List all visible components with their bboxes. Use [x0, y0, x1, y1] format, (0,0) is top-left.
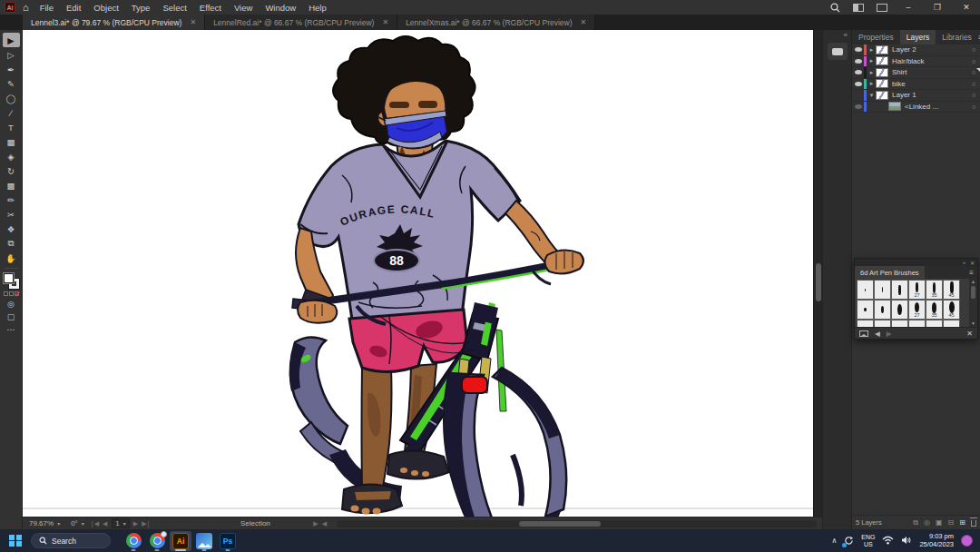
delete-brush-icon[interactable]: ✕	[966, 330, 973, 338]
taskbar-illustrator[interactable]: Ai	[170, 531, 191, 551]
search-icon[interactable]	[830, 3, 840, 13]
make-mask-icon[interactable]: ▣	[936, 518, 943, 527]
type-tool[interactable]: T	[3, 120, 20, 134]
artboards-tool[interactable]: ⧉	[3, 236, 20, 251]
tab-close-icon[interactable]: ✕	[382, 18, 388, 26]
gradient-button[interactable]	[9, 291, 14, 296]
expand-chevron[interactable]: ▾	[867, 92, 876, 99]
target-circle[interactable]: ○	[967, 92, 980, 98]
shape-tool[interactable]: ◯	[3, 91, 20, 105]
tab-lennelxmas[interactable]: LennelXmas.ai* @ 66.67 % (RGB/CPU Previe…	[397, 15, 595, 30]
menu-select[interactable]: Select	[162, 3, 186, 13]
layer-name[interactable]: Shirt	[892, 68, 967, 76]
menu-window[interactable]: Window	[265, 3, 296, 13]
brush-swatch[interactable]: 27	[908, 300, 926, 320]
rotation-field[interactable]: 0°▾	[67, 518, 88, 528]
volume-icon[interactable]	[901, 536, 912, 546]
taskbar-chrome[interactable]	[122, 531, 144, 551]
tab-lennelred[interactable]: LennelRed.ai* @ 66.67 % (RGB/CPU Preview…	[205, 15, 397, 30]
brush-swatch[interactable]: 35	[926, 280, 943, 300]
visibility-toggle[interactable]	[852, 47, 864, 52]
close-panel-icon[interactable]: ✕	[970, 260, 975, 266]
pencil-tool[interactable]: ✏	[3, 192, 20, 207]
tab-close-icon[interactable]: ✕	[190, 18, 196, 26]
horizontal-scrollbar-thumb[interactable]	[519, 521, 601, 527]
tab-properties[interactable]: Properties	[852, 30, 900, 44]
brush-swatch[interactable]	[857, 280, 874, 300]
brushes-panel-tab[interactable]: 6d Art Pen Brushes	[855, 266, 925, 279]
brush-swatch[interactable]	[926, 320, 943, 327]
brushes-scrollbar[interactable]: ▲ ▼	[969, 279, 977, 327]
new-sublayer-icon[interactable]: ⊟	[948, 518, 955, 527]
rotate-tool[interactable]: ↻	[3, 163, 20, 178]
visibility-toggle[interactable]	[852, 82, 864, 86]
brush-swatch[interactable]	[857, 300, 874, 320]
previous-library-icon[interactable]: ◀	[875, 330, 880, 338]
home-icon[interactable]: ⌂	[23, 2, 29, 13]
brush-swatch[interactable]: 45	[943, 300, 960, 320]
visibility-toggle[interactable]	[852, 70, 864, 74]
artboard-navigation[interactable]: 1▾	[112, 518, 129, 528]
expand-chevron[interactable]: ▸	[867, 46, 876, 54]
tab-libraries[interactable]: Libraries	[936, 30, 978, 44]
restore-button[interactable]: ❐	[929, 3, 946, 12]
menu-type[interactable]: Type	[132, 3, 151, 13]
arrange-documents-icon[interactable]	[877, 4, 887, 12]
line-tool[interactable]: ∕	[3, 105, 20, 120]
shape-builder-tool[interactable]: ◈	[3, 149, 20, 163]
workspace-switcher-icon[interactable]	[853, 4, 864, 12]
comments-panel-icon[interactable]	[828, 43, 848, 60]
selection-tool[interactable]: ▶	[3, 33, 20, 47]
new-layer-icon[interactable]: ⊞	[959, 518, 965, 527]
tab-lennel3[interactable]: Lennel3.ai* @ 79.67 % (RGB/CPU Preview) …	[23, 15, 205, 30]
layer-name[interactable]: Hair/black	[892, 57, 967, 65]
brush-swatch[interactable]	[874, 320, 891, 327]
brush-swatch[interactable]	[874, 300, 891, 320]
scissors-tool[interactable]: ✂	[3, 207, 20, 222]
menu-edit[interactable]: Edit	[66, 3, 81, 13]
layer-row-layer1[interactable]: ▾ Layer 1 ○	[852, 90, 980, 102]
brush-swatch[interactable]	[943, 320, 960, 327]
brush-swatch[interactable]	[874, 280, 891, 300]
screen-mode-button[interactable]: ▢	[7, 312, 15, 321]
wifi-icon[interactable]	[882, 536, 894, 546]
expand-chevron[interactable]: ▸	[867, 80, 876, 87]
target-circle[interactable]: ○	[967, 104, 980, 110]
layer-name[interactable]: <Linked ...	[905, 103, 967, 111]
horizontal-scrollbar[interactable]	[337, 520, 817, 527]
start-button[interactable]	[9, 535, 22, 547]
layer-name[interactable]: bike	[892, 80, 967, 88]
brush-swatch[interactable]: 27	[908, 280, 926, 300]
onedrive-sync-icon[interactable]	[844, 536, 854, 547]
illustrator-logo-icon[interactable]: Ai	[5, 2, 15, 13]
fill-swatch[interactable]	[4, 273, 14, 283]
taskbar-photoshop[interactable]: Ps	[217, 531, 239, 551]
symbol-tool[interactable]: ❖	[3, 222, 20, 236]
brush-swatch[interactable]	[857, 320, 874, 327]
layer-row-shirt[interactable]: ▸ Shirt ○	[852, 67, 980, 79]
expand-chevron[interactable]: ▸	[867, 57, 876, 64]
layer-name[interactable]: Layer 2	[892, 45, 967, 54]
edit-toolbar-button[interactable]: ⋯	[7, 325, 15, 334]
hidden-icons-chevron[interactable]: ∧	[831, 537, 837, 545]
taskbar-photos[interactable]	[193, 531, 215, 551]
pen-tool[interactable]: ✒	[3, 62, 20, 76]
visibility-toggle[interactable]	[852, 59, 864, 64]
layer-row-hairblack[interactable]: ▸ Hair/black ○	[852, 56, 980, 68]
gradient-tool[interactable]: ▩	[3, 178, 20, 192]
next-library-icon[interactable]: ▶	[887, 330, 892, 338]
menu-object[interactable]: Object	[93, 3, 118, 13]
artwork[interactable]: OURAGE CALLE 88	[23, 30, 813, 517]
drawing-modes-button[interactable]: ◎	[7, 300, 15, 309]
brush-swatch[interactable]	[891, 280, 908, 300]
taskbar-search[interactable]: Search	[31, 533, 111, 548]
direct-selection-tool[interactable]: ▷	[3, 47, 20, 62]
first-artboard-button[interactable]: |◀ ◀	[92, 520, 109, 527]
delete-layer-icon[interactable]	[971, 520, 976, 527]
collapse-dock-icon[interactable]: «	[844, 31, 851, 39]
taskbar-chrome-profile[interactable]	[146, 531, 168, 551]
layer-row-linked[interactable]: <Linked ... ○	[852, 102, 980, 113]
hand-tool[interactable]: ✋	[3, 251, 20, 265]
collapse-panel-icon[interactable]: «	[963, 260, 965, 265]
brushes-menu-icon[interactable]: ≡	[969, 266, 977, 279]
